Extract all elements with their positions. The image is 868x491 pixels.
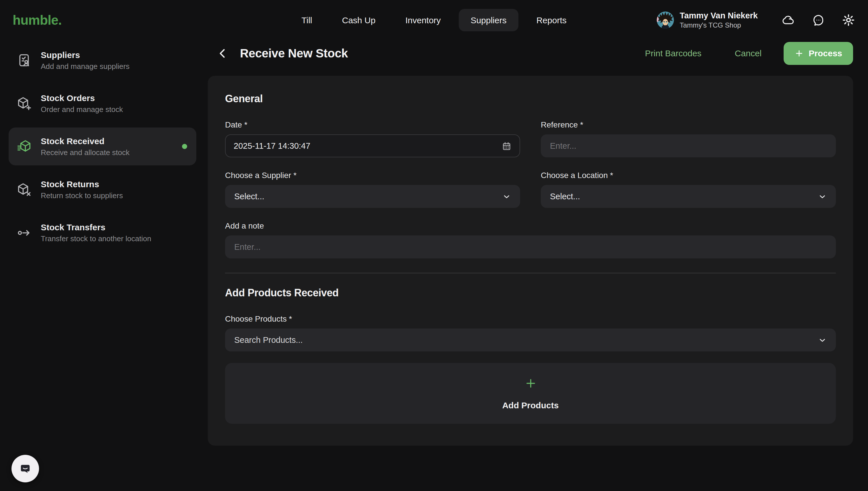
- sidebar-item-subtitle: Receive and allocate stock: [41, 148, 129, 157]
- sidebar-item-subtitle: Add and manage suppliers: [41, 62, 129, 70]
- sidebar-item-title: Stock Orders: [41, 93, 123, 103]
- calendar-icon[interactable]: [502, 141, 511, 151]
- receive-stock-form-card: General Date * 2025-11-17 14:30:47: [208, 76, 853, 445]
- sidebar-item-text: Stock Received Receive and allocate stoc…: [41, 136, 129, 157]
- user-name: Tammy Van Niekerk: [680, 11, 758, 21]
- user-chip[interactable]: Tammy Van Niekerk Tammy's TCG Shop: [657, 11, 758, 30]
- date-label: Date *: [225, 120, 520, 129]
- add-products-section-heading: Add Products Received: [225, 287, 836, 299]
- cancel-link[interactable]: Cancel: [735, 48, 761, 58]
- sidebar-item-text: Stock Returns Return stock to suppliers: [41, 179, 123, 200]
- settings-gear-icon[interactable]: [842, 13, 856, 27]
- add-products-dropzone[interactable]: Add Products: [225, 363, 836, 424]
- chevron-down-icon: [818, 192, 827, 201]
- sidebar-item-title: Stock Transfers: [41, 222, 151, 232]
- chat-smile-icon: [18, 461, 33, 476]
- sidebar-item-stock-received[interactable]: Stock Received Receive and allocate stoc…: [9, 127, 196, 165]
- choose-products-label: Choose Products *: [225, 314, 836, 323]
- supplier-select[interactable]: Select...: [225, 185, 520, 208]
- sidebar-item-stock-transfers[interactable]: Stock Transfers Transfer stock to anothe…: [9, 213, 196, 252]
- reference-field: Reference *: [541, 120, 836, 157]
- humble-logo: humble.: [12, 12, 62, 28]
- section-divider: [225, 273, 836, 273]
- box-plus-icon: [17, 96, 32, 111]
- page-header: Receive New Stock Print Barcodes Cancel …: [208, 40, 853, 66]
- nav-tab-cash-up[interactable]: Cash Up: [330, 9, 388, 31]
- process-button-label: Process: [809, 48, 842, 58]
- back-chevron-icon[interactable]: [215, 46, 230, 61]
- active-section-dot: [182, 144, 187, 149]
- reference-input[interactable]: [541, 134, 836, 157]
- location-select[interactable]: Select...: [541, 185, 836, 208]
- location-label: Choose a Location *: [541, 171, 836, 180]
- products-search-select[interactable]: Search Products...: [225, 328, 836, 351]
- reference-label: Reference *: [541, 120, 836, 129]
- box-x-icon: [17, 182, 32, 197]
- page-title: Receive New Stock: [240, 46, 348, 60]
- process-button[interactable]: Process: [783, 41, 853, 65]
- sidebar-item-text: Stock Orders Order and manage stock: [41, 93, 123, 114]
- plus-icon: [794, 49, 803, 58]
- sidebar-item-stock-orders[interactable]: Stock Orders Order and manage stock: [9, 84, 196, 122]
- user-shop: Tammy's TCG Shop: [680, 21, 758, 30]
- print-barcodes-link[interactable]: Print Barcodes: [645, 48, 701, 58]
- sidebar-item-title: Stock Received: [41, 136, 129, 146]
- sidebar-item-suppliers[interactable]: Suppliers Add and manage suppliers: [9, 41, 196, 79]
- choose-products-field: Choose Products * Search Products...: [225, 314, 836, 351]
- date-input[interactable]: 2025-11-17 14:30:47: [225, 134, 520, 157]
- supplier-field: Choose a Supplier * Select...: [225, 171, 520, 208]
- plus-icon: [525, 377, 536, 389]
- sidebar-item-text: Stock Transfers Transfer stock to anothe…: [41, 222, 151, 243]
- chat-bubble-icon[interactable]: [812, 13, 825, 27]
- header-actions: Print Barcodes Cancel Process: [645, 41, 853, 65]
- date-value: 2025-11-17 14:30:47: [234, 141, 310, 150]
- chevron-down-icon: [502, 192, 511, 201]
- location-select-value: Select...: [550, 192, 580, 201]
- general-section-heading: General: [225, 93, 836, 105]
- nav-tab-till[interactable]: Till: [289, 9, 324, 31]
- app-root: humble. Till Cash Up Inventory Suppliers…: [0, 0, 868, 491]
- top-bar: humble. Till Cash Up Inventory Suppliers…: [0, 0, 868, 40]
- sidebar-item-stock-returns[interactable]: Stock Returns Return stock to suppliers: [9, 171, 196, 208]
- sidebar-item-title: Suppliers: [41, 50, 129, 60]
- chevron-down-icon: [818, 336, 827, 344]
- location-field: Choose a Location * Select...: [541, 171, 836, 208]
- sidebar-item-subtitle: Return stock to suppliers: [41, 191, 123, 200]
- user-avatar: [657, 11, 674, 29]
- products-search-placeholder: Search Products...: [234, 336, 303, 345]
- nav-tab-inventory[interactable]: Inventory: [393, 9, 453, 31]
- top-right-cluster: Tammy Van Niekerk Tammy's TCG Shop: [657, 11, 856, 30]
- note-field: Add a note: [225, 221, 836, 258]
- sidebar-item-subtitle: Transfer stock to another location: [41, 234, 151, 243]
- add-products-label: Add Products: [502, 400, 559, 410]
- top-icon-group: [782, 13, 856, 27]
- sidebar-item-subtitle: Order and manage stock: [41, 105, 123, 114]
- date-field: Date * 2025-11-17 14:30:47: [225, 120, 520, 157]
- sidebar-item-title: Stock Returns: [41, 179, 123, 189]
- general-fields-grid: Date * 2025-11-17 14:30:47: [225, 120, 836, 258]
- box-receive-icon: [17, 139, 32, 154]
- note-label: Add a note: [225, 221, 836, 230]
- support-chat-launcher[interactable]: [11, 455, 39, 482]
- user-text: Tammy Van Niekerk Tammy's TCG Shop: [680, 11, 758, 30]
- nav-tab-suppliers[interactable]: Suppliers: [459, 9, 519, 31]
- supplier-label: Choose a Supplier *: [225, 171, 520, 180]
- sidebar-item-text: Suppliers Add and manage suppliers: [41, 50, 129, 70]
- transfer-arrow-icon: [17, 225, 32, 240]
- note-input[interactable]: [225, 235, 836, 258]
- clipboard-person-icon: [17, 53, 32, 68]
- cloud-sync-icon[interactable]: [782, 13, 795, 27]
- supplier-select-value: Select...: [234, 192, 264, 201]
- sidebar: Suppliers Add and manage suppliers Stock…: [9, 41, 196, 257]
- main-nav: Till Cash Up Inventory Suppliers Reports: [289, 9, 579, 31]
- nav-tab-reports[interactable]: Reports: [525, 9, 579, 31]
